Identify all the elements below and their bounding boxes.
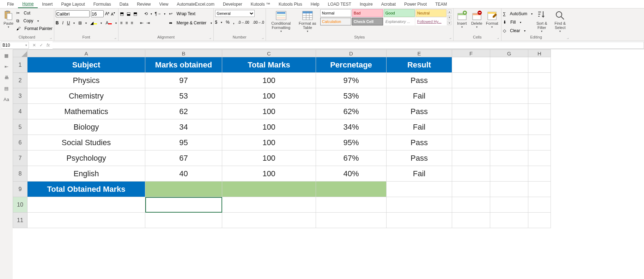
cell-A8[interactable]: English — [28, 166, 145, 182]
cell-F3[interactable] — [452, 88, 490, 104]
tab-page-layout[interactable]: Page Layout — [57, 1, 89, 8]
cell-E8[interactable]: Fail — [387, 166, 452, 182]
style-check-cell[interactable]: Check Cell — [352, 18, 383, 25]
orientation-icon[interactable]: ⟲ — [144, 11, 148, 16]
copy-button[interactable]: ⧉ Copy ▾ — [16, 17, 53, 25]
cell-C8[interactable]: 100 — [222, 166, 316, 182]
accept-formula-icon[interactable]: ✓ — [40, 43, 43, 48]
tab-file[interactable]: File — [3, 1, 18, 8]
increase-decimal-button[interactable]: .0→.00 — [238, 20, 249, 24]
side-icon[interactable]: Aa — [4, 97, 9, 102]
tab-formulas[interactable]: Formulas — [89, 1, 115, 8]
tab-acrobat[interactable]: Acrobat — [377, 1, 400, 8]
side-icon[interactable]: ▤ — [4, 86, 8, 91]
row-header-4[interactable]: 4 — [13, 104, 28, 119]
cell-A11[interactable] — [28, 213, 145, 228]
row-header-3[interactable]: 3 — [13, 88, 28, 104]
tab-help[interactable]: Help — [306, 1, 324, 8]
increase-indent-icon[interactable]: ⇥ — [146, 20, 150, 25]
tab-power-pivot[interactable]: Power Pivot — [400, 1, 431, 8]
fill-color-button[interactable]: ◢ — [90, 20, 97, 25]
align-middle-icon[interactable]: ⬓ — [127, 11, 130, 16]
tab-review[interactable]: Review — [133, 1, 155, 8]
cell-E7[interactable]: Pass — [387, 150, 452, 166]
cell-F10[interactable] — [452, 197, 490, 213]
cell-D10[interactable] — [316, 197, 387, 213]
cell-F8[interactable] — [452, 166, 490, 182]
cell-D9[interactable] — [316, 182, 387, 197]
find-select-button[interactable]: Find & Select▾ — [551, 9, 569, 34]
cell-H5[interactable] — [528, 119, 551, 135]
cell-B9[interactable] — [145, 182, 222, 197]
ltr-icon[interactable]: ¶→ — [155, 11, 161, 16]
underline-button[interactable]: U — [67, 20, 70, 25]
row-header-10[interactable]: 10 — [13, 197, 28, 213]
style-neutral[interactable]: Neutral — [415, 9, 446, 17]
gallery-down-icon[interactable]: ▾ — [448, 15, 451, 19]
row-header-9[interactable]: 9 — [13, 182, 28, 197]
cell-G3[interactable] — [490, 88, 528, 104]
cell-C3[interactable]: 100 — [222, 88, 316, 104]
bold-button[interactable]: B — [56, 20, 59, 25]
cell-H11[interactable] — [528, 213, 551, 228]
cell-E3[interactable]: Fail — [387, 88, 452, 104]
column-header-E[interactable]: E — [387, 49, 452, 57]
cell-E5[interactable]: Fail — [387, 119, 452, 135]
font-color-button[interactable]: A — [105, 20, 112, 25]
name-box[interactable]: B10▾ — [1, 42, 29, 49]
cell-A3[interactable]: Chemistry — [28, 88, 145, 104]
cell-F2[interactable] — [452, 73, 490, 88]
cell-G7[interactable] — [490, 150, 528, 166]
cut-button[interactable]: ✂ Cut — [16, 9, 53, 17]
decrease-decimal-button[interactable]: .00→.0 — [253, 20, 264, 24]
cell-H6[interactable] — [528, 135, 551, 150]
cell-A4[interactable]: Mathematics — [28, 104, 145, 119]
cell-D3[interactable]: 53% — [316, 88, 387, 104]
tab-inquire[interactable]: Inquire — [356, 1, 377, 8]
cell-D4[interactable]: 62% — [316, 104, 387, 119]
cell-E2[interactable]: Pass — [387, 73, 452, 88]
comma-button[interactable]: , — [233, 20, 234, 25]
cell-F4[interactable] — [452, 104, 490, 119]
gallery-more-icon[interactable]: ▾ — [448, 21, 451, 25]
cell-E4[interactable]: Pass — [387, 104, 452, 119]
insert-cells-button[interactable]: Insert▾ — [455, 9, 469, 29]
font-size-select[interactable] — [91, 10, 104, 17]
cell-A9[interactable]: Total Obtained Marks — [28, 182, 145, 197]
tab-insert[interactable]: Insert — [38, 1, 57, 8]
cell-H7[interactable] — [528, 150, 551, 166]
row-header-2[interactable]: 2 — [13, 73, 28, 88]
tab-view[interactable]: View — [155, 1, 173, 8]
percent-button[interactable]: % — [226, 20, 230, 25]
style-calculation[interactable]: Calculation — [320, 18, 351, 25]
cell-B1[interactable]: Marks obtained — [145, 57, 222, 73]
cancel-formula-icon[interactable]: ✕ — [32, 43, 36, 48]
cell-A6[interactable]: Social Studies — [28, 135, 145, 150]
cell-B11[interactable] — [145, 213, 222, 228]
cell-E6[interactable]: Pass — [387, 135, 452, 150]
tab-developer[interactable]: Developer — [219, 1, 247, 8]
cell-D7[interactable]: 67% — [316, 150, 387, 166]
cell-A2[interactable]: Physics — [28, 73, 145, 88]
cell-G8[interactable] — [490, 166, 528, 182]
cell-F11[interactable] — [452, 213, 490, 228]
cell-C9[interactable] — [222, 182, 316, 197]
cell-H3[interactable] — [528, 88, 551, 104]
cell-E9[interactable] — [387, 182, 452, 197]
tab-load-test[interactable]: LOAD TEST — [323, 1, 355, 8]
cell-C6[interactable]: 100 — [222, 135, 316, 150]
cell-B10[interactable] — [145, 197, 222, 213]
cell-B3[interactable]: 53 — [145, 88, 222, 104]
cell-H9[interactable] — [528, 182, 551, 197]
tab-team[interactable]: TEAM — [431, 1, 451, 8]
cell-E10[interactable] — [387, 197, 452, 213]
italic-button[interactable]: I — [62, 20, 63, 25]
side-icon[interactable]: 🖶 — [4, 75, 9, 80]
format-as-table-button[interactable]: Format as Table▾ — [296, 9, 320, 34]
cell-G9[interactable] — [490, 182, 528, 197]
side-icon[interactable]: ⇤ — [5, 64, 8, 69]
cell-G6[interactable] — [490, 135, 528, 150]
format-cells-button[interactable]: Format▾ — [485, 9, 500, 29]
clear-button[interactable]: ◇ Clear ▾ — [503, 27, 533, 35]
cell-G4[interactable] — [490, 104, 528, 119]
